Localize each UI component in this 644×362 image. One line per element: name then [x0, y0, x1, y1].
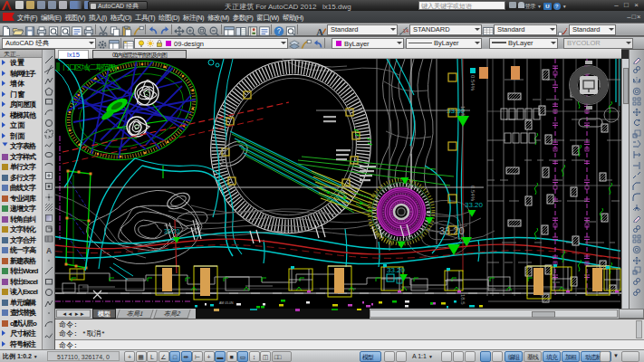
- svg-text:33.20: 33.20: [465, 201, 484, 209]
- svg-text:18.5: 18.5: [460, 294, 466, 305]
- svg-text:0.54%: 0.54%: [470, 75, 476, 91]
- svg-text:AM 05.0N: AM 05.0N: [219, 301, 234, 305]
- svg-text:18.5: 18.5: [460, 106, 466, 117]
- svg-text:33.20: 33.20: [164, 228, 180, 234]
- svg-text:14: 14: [403, 28, 409, 33]
- svg-text:?: ?: [277, 27, 282, 35]
- svg-text:A: A: [316, 27, 323, 37]
- svg-text:0.54%: 0.54%: [470, 186, 476, 202]
- svg-text:33.20: 33.20: [387, 266, 406, 274]
